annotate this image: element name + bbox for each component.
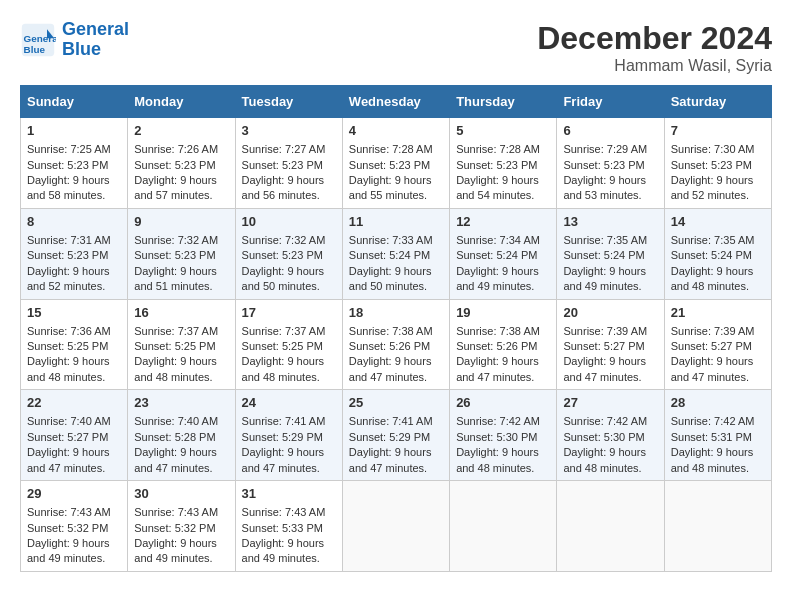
weekday-header-friday: Friday bbox=[557, 86, 664, 118]
calendar-cell: 22Sunrise: 7:40 AMSunset: 5:27 PMDayligh… bbox=[21, 390, 128, 481]
sunset-text: Sunset: 5:24 PM bbox=[349, 249, 430, 261]
sunset-text: Sunset: 5:25 PM bbox=[27, 340, 108, 352]
calendar-cell: 19Sunrise: 7:38 AMSunset: 5:26 PMDayligh… bbox=[450, 299, 557, 390]
calendar-cell: 3Sunrise: 7:27 AMSunset: 5:23 PMDaylight… bbox=[235, 118, 342, 209]
logo: General Blue General Blue bbox=[20, 20, 129, 60]
calendar-cell: 1Sunrise: 7:25 AMSunset: 5:23 PMDaylight… bbox=[21, 118, 128, 209]
sunrise-text: Sunrise: 7:35 AM bbox=[671, 234, 755, 246]
day-number: 31 bbox=[242, 485, 336, 503]
sunset-text: Sunset: 5:26 PM bbox=[349, 340, 430, 352]
sunset-text: Sunset: 5:23 PM bbox=[456, 159, 537, 171]
day-number: 30 bbox=[134, 485, 228, 503]
sunrise-text: Sunrise: 7:34 AM bbox=[456, 234, 540, 246]
calendar-cell: 9Sunrise: 7:32 AMSunset: 5:23 PMDaylight… bbox=[128, 208, 235, 299]
sunset-text: Sunset: 5:24 PM bbox=[563, 249, 644, 261]
daylight-text: Daylight: 9 hours and 57 minutes. bbox=[134, 174, 217, 201]
day-number: 25 bbox=[349, 394, 443, 412]
daylight-text: Daylight: 9 hours and 48 minutes. bbox=[456, 446, 539, 473]
calendar-cell: 27Sunrise: 7:42 AMSunset: 5:30 PMDayligh… bbox=[557, 390, 664, 481]
day-number: 5 bbox=[456, 122, 550, 140]
day-number: 20 bbox=[563, 304, 657, 322]
logo-icon: General Blue bbox=[20, 22, 56, 58]
sunset-text: Sunset: 5:23 PM bbox=[563, 159, 644, 171]
sunrise-text: Sunrise: 7:38 AM bbox=[349, 325, 433, 337]
sunrise-text: Sunrise: 7:37 AM bbox=[134, 325, 218, 337]
calendar-cell: 23Sunrise: 7:40 AMSunset: 5:28 PMDayligh… bbox=[128, 390, 235, 481]
month-title: December 2024 bbox=[537, 20, 772, 57]
sunrise-text: Sunrise: 7:32 AM bbox=[134, 234, 218, 246]
daylight-text: Daylight: 9 hours and 47 minutes. bbox=[349, 446, 432, 473]
calendar-cell: 30Sunrise: 7:43 AMSunset: 5:32 PMDayligh… bbox=[128, 481, 235, 572]
weekday-header-row: SundayMondayTuesdayWednesdayThursdayFrid… bbox=[21, 86, 772, 118]
calendar-cell: 24Sunrise: 7:41 AMSunset: 5:29 PMDayligh… bbox=[235, 390, 342, 481]
day-number: 9 bbox=[134, 213, 228, 231]
calendar-cell bbox=[557, 481, 664, 572]
weekday-header-sunday: Sunday bbox=[21, 86, 128, 118]
sunrise-text: Sunrise: 7:28 AM bbox=[456, 143, 540, 155]
sunrise-text: Sunrise: 7:38 AM bbox=[456, 325, 540, 337]
daylight-text: Daylight: 9 hours and 49 minutes. bbox=[242, 537, 325, 564]
calendar-cell: 31Sunrise: 7:43 AMSunset: 5:33 PMDayligh… bbox=[235, 481, 342, 572]
sunset-text: Sunset: 5:23 PM bbox=[27, 159, 108, 171]
daylight-text: Daylight: 9 hours and 48 minutes. bbox=[563, 446, 646, 473]
day-number: 1 bbox=[27, 122, 121, 140]
day-number: 15 bbox=[27, 304, 121, 322]
daylight-text: Daylight: 9 hours and 48 minutes. bbox=[27, 355, 110, 382]
sunset-text: Sunset: 5:33 PM bbox=[242, 522, 323, 534]
sunset-text: Sunset: 5:25 PM bbox=[242, 340, 323, 352]
sunrise-text: Sunrise: 7:25 AM bbox=[27, 143, 111, 155]
calendar-cell: 13Sunrise: 7:35 AMSunset: 5:24 PMDayligh… bbox=[557, 208, 664, 299]
sunrise-text: Sunrise: 7:41 AM bbox=[349, 415, 433, 427]
day-number: 22 bbox=[27, 394, 121, 412]
sunrise-text: Sunrise: 7:35 AM bbox=[563, 234, 647, 246]
day-number: 8 bbox=[27, 213, 121, 231]
day-number: 13 bbox=[563, 213, 657, 231]
calendar-cell: 20Sunrise: 7:39 AMSunset: 5:27 PMDayligh… bbox=[557, 299, 664, 390]
day-number: 17 bbox=[242, 304, 336, 322]
sunrise-text: Sunrise: 7:26 AM bbox=[134, 143, 218, 155]
sunset-text: Sunset: 5:24 PM bbox=[456, 249, 537, 261]
day-number: 27 bbox=[563, 394, 657, 412]
daylight-text: Daylight: 9 hours and 49 minutes. bbox=[134, 537, 217, 564]
calendar-cell: 18Sunrise: 7:38 AMSunset: 5:26 PMDayligh… bbox=[342, 299, 449, 390]
daylight-text: Daylight: 9 hours and 49 minutes. bbox=[27, 537, 110, 564]
sunset-text: Sunset: 5:27 PM bbox=[27, 431, 108, 443]
daylight-text: Daylight: 9 hours and 58 minutes. bbox=[27, 174, 110, 201]
sunset-text: Sunset: 5:23 PM bbox=[27, 249, 108, 261]
daylight-text: Daylight: 9 hours and 47 minutes. bbox=[671, 355, 754, 382]
sunrise-text: Sunrise: 7:32 AM bbox=[242, 234, 326, 246]
calendar-cell: 12Sunrise: 7:34 AMSunset: 5:24 PMDayligh… bbox=[450, 208, 557, 299]
logo-line1: General bbox=[62, 19, 129, 39]
sunrise-text: Sunrise: 7:43 AM bbox=[27, 506, 111, 518]
sunrise-text: Sunrise: 7:27 AM bbox=[242, 143, 326, 155]
daylight-text: Daylight: 9 hours and 56 minutes. bbox=[242, 174, 325, 201]
sunset-text: Sunset: 5:28 PM bbox=[134, 431, 215, 443]
sunrise-text: Sunrise: 7:39 AM bbox=[563, 325, 647, 337]
day-number: 11 bbox=[349, 213, 443, 231]
weekday-header-thursday: Thursday bbox=[450, 86, 557, 118]
day-number: 12 bbox=[456, 213, 550, 231]
day-number: 18 bbox=[349, 304, 443, 322]
sunset-text: Sunset: 5:23 PM bbox=[134, 159, 215, 171]
daylight-text: Daylight: 9 hours and 53 minutes. bbox=[563, 174, 646, 201]
sunrise-text: Sunrise: 7:43 AM bbox=[242, 506, 326, 518]
day-number: 2 bbox=[134, 122, 228, 140]
sunset-text: Sunset: 5:23 PM bbox=[349, 159, 430, 171]
calendar-cell: 11Sunrise: 7:33 AMSunset: 5:24 PMDayligh… bbox=[342, 208, 449, 299]
daylight-text: Daylight: 9 hours and 47 minutes. bbox=[563, 355, 646, 382]
sunset-text: Sunset: 5:23 PM bbox=[242, 249, 323, 261]
day-number: 14 bbox=[671, 213, 765, 231]
weekday-header-wednesday: Wednesday bbox=[342, 86, 449, 118]
sunrise-text: Sunrise: 7:33 AM bbox=[349, 234, 433, 246]
calendar-cell bbox=[450, 481, 557, 572]
sunrise-text: Sunrise: 7:40 AM bbox=[27, 415, 111, 427]
sunrise-text: Sunrise: 7:31 AM bbox=[27, 234, 111, 246]
sunrise-text: Sunrise: 7:42 AM bbox=[563, 415, 647, 427]
day-number: 29 bbox=[27, 485, 121, 503]
calendar-table: SundayMondayTuesdayWednesdayThursdayFrid… bbox=[20, 85, 772, 572]
daylight-text: Daylight: 9 hours and 49 minutes. bbox=[563, 265, 646, 292]
day-number: 24 bbox=[242, 394, 336, 412]
calendar-cell: 16Sunrise: 7:37 AMSunset: 5:25 PMDayligh… bbox=[128, 299, 235, 390]
sunrise-text: Sunrise: 7:42 AM bbox=[456, 415, 540, 427]
sunset-text: Sunset: 5:30 PM bbox=[563, 431, 644, 443]
